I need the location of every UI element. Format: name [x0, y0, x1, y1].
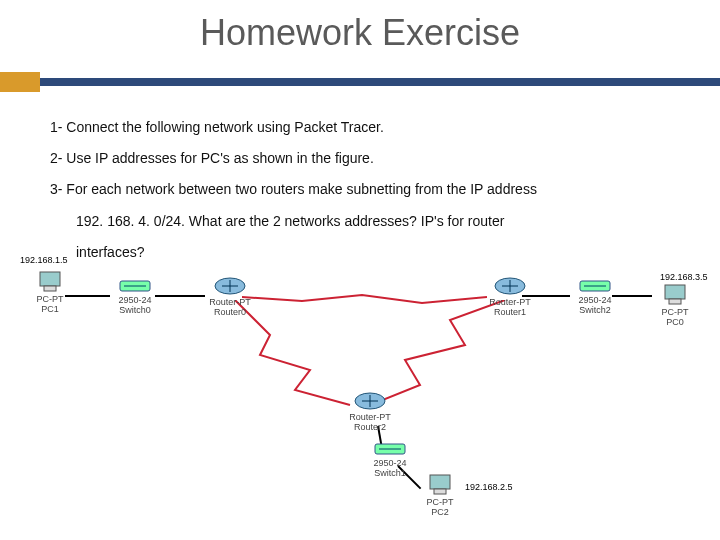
- node-name: PC0: [650, 318, 700, 327]
- node-sw2: 2950-24 Switch2: [570, 277, 620, 316]
- node-r2: Router-PT Router2: [345, 390, 395, 433]
- switch-icon: [570, 277, 620, 295]
- node-type: PC-PT: [25, 295, 75, 304]
- node-name: Router1: [485, 308, 535, 317]
- ip-pc2: 192.168.2.5: [465, 482, 513, 492]
- node-type: Router-PT: [485, 298, 535, 307]
- router-icon: [345, 390, 395, 412]
- router-icon: [205, 275, 255, 297]
- node-name: Switch1: [365, 469, 415, 478]
- node-type: 2950-24: [365, 459, 415, 468]
- node-type: Router-PT: [205, 298, 255, 307]
- node-type: PC-PT: [415, 498, 465, 507]
- pc-icon: [415, 473, 465, 497]
- pc-icon: [650, 283, 700, 307]
- switch-icon: [365, 440, 415, 458]
- ip-pc0: 192.168.3.5: [660, 272, 708, 282]
- title-underline: [0, 72, 720, 92]
- svg-rect-8: [665, 285, 685, 299]
- page-title: Homework Exercise: [0, 0, 720, 54]
- svg-rect-9: [669, 299, 681, 304]
- node-pc1: PC-PT PC1: [25, 270, 75, 315]
- svg-rect-1: [44, 286, 56, 291]
- node-type: Router-PT: [345, 413, 395, 422]
- node-r0: Router-PT Router0: [205, 275, 255, 318]
- instruction-2: 2- Use IP addresses for PC's as shown in…: [50, 146, 690, 171]
- node-type: 2950-24: [110, 296, 160, 305]
- switch-icon: [110, 277, 160, 295]
- instruction-3: 3- For each network between two routers …: [50, 177, 690, 202]
- ip-pc1: 192.168.1.5: [20, 255, 68, 265]
- node-type: 2950-24: [570, 296, 620, 305]
- node-name: PC1: [25, 305, 75, 314]
- node-r1: Router-PT Router1: [485, 275, 535, 318]
- instruction-1: 1- Connect the following network using P…: [50, 115, 690, 140]
- instructions-block: 1- Connect the following network using P…: [50, 115, 690, 271]
- node-name: Router0: [205, 308, 255, 317]
- accent-orange: [0, 72, 40, 92]
- accent-blue: [40, 78, 720, 86]
- node-name: Router2: [345, 423, 395, 432]
- svg-rect-13: [430, 475, 450, 489]
- node-sw0: 2950-24 Switch0: [110, 277, 160, 316]
- node-name: PC2: [415, 508, 465, 517]
- svg-rect-14: [434, 489, 446, 494]
- node-type: PC-PT: [650, 308, 700, 317]
- link-sw0-r0: [155, 295, 205, 297]
- node-sw1: 2950-24 Switch1: [365, 440, 415, 479]
- node-name: Switch0: [110, 306, 160, 315]
- pc-icon: [25, 270, 75, 294]
- instruction-3b: 192. 168. 4. 0/24. What are the 2 networ…: [50, 209, 690, 234]
- network-diagram: 192.168.1.5 192.168.3.5 192.168.2.5 PC-P…: [10, 255, 710, 515]
- node-name: Switch2: [570, 306, 620, 315]
- node-pc0: PC-PT PC0: [650, 283, 700, 328]
- svg-rect-0: [40, 272, 60, 286]
- router-icon: [485, 275, 535, 297]
- node-pc2: PC-PT PC2: [415, 473, 465, 518]
